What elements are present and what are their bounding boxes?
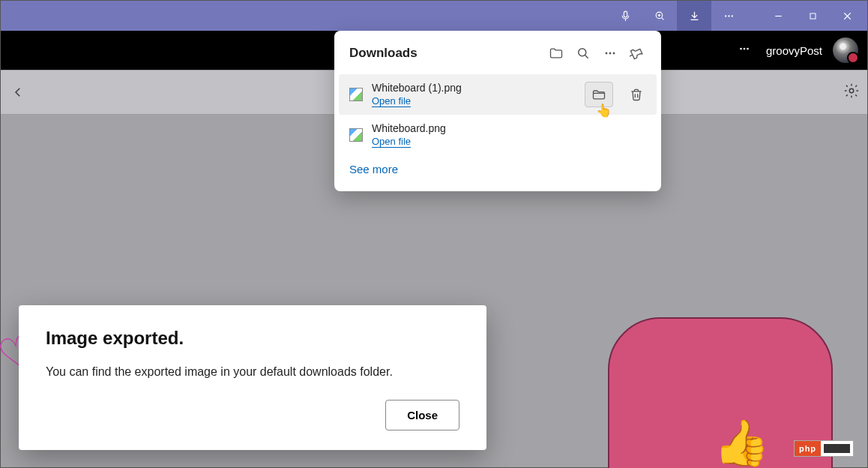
svg-rect-5 — [810, 13, 815, 18]
download-icon[interactable] — [677, 1, 711, 31]
svg-point-3 — [728, 15, 729, 16]
svg-point-10 — [579, 49, 586, 56]
svg-point-7 — [744, 48, 746, 50]
svg-point-4 — [731, 15, 732, 16]
ellipsis-icon[interactable] — [711, 1, 746, 31]
back-icon[interactable] — [1, 86, 35, 99]
avatar[interactable] — [833, 38, 858, 63]
ellipsis-icon[interactable] — [597, 40, 624, 67]
search-icon[interactable] — [570, 40, 597, 67]
mic-icon[interactable] — [608, 1, 642, 31]
file-name: Whiteboard.png — [372, 122, 651, 134]
svg-point-6 — [740, 48, 742, 50]
svg-point-13 — [613, 52, 615, 55]
pin-icon[interactable] — [624, 40, 651, 67]
teams-ellipsis-icon[interactable] — [733, 38, 756, 63]
downloads-title: Downloads — [349, 46, 543, 61]
file-name: Whiteboard (1).png — [372, 82, 576, 94]
minimize-icon[interactable] — [761, 1, 795, 31]
show-in-folder-icon[interactable]: 👆 — [585, 82, 613, 107]
delete-icon[interactable] — [622, 82, 651, 107]
downloads-panel: Downloads Whiteboard (1).png Open file 👆… — [334, 31, 661, 191]
file-thumb-icon — [349, 88, 363, 101]
open-file-link[interactable]: Open file — [372, 95, 411, 107]
svg-point-11 — [606, 52, 608, 55]
dialog-body: You can find the exported image in your … — [46, 365, 459, 379]
dialog-title: Image exported. — [46, 328, 459, 349]
restore-icon[interactable] — [795, 1, 830, 31]
export-dialog: Image exported. You can find the exporte… — [19, 305, 486, 450]
svg-point-2 — [725, 15, 726, 16]
watermark: php — [794, 440, 854, 457]
see-more-link[interactable]: See more — [349, 163, 398, 176]
svg-point-8 — [747, 48, 749, 50]
username-label: groovyPost — [766, 44, 822, 57]
file-thumb-icon — [349, 128, 363, 142]
folder-icon[interactable] — [543, 40, 570, 67]
close-icon[interactable] — [830, 1, 864, 31]
download-item[interactable]: Whiteboard.png Open file — [334, 115, 661, 155]
browser-titlebar — [1, 1, 867, 31]
thumbs-up-icon: 👍 — [714, 421, 770, 466]
svg-point-12 — [609, 52, 612, 55]
gear-icon[interactable] — [843, 82, 860, 102]
close-button[interactable]: Close — [385, 400, 459, 430]
watermark-text: php — [795, 441, 821, 456]
download-item[interactable]: Whiteboard (1).png Open file 👆 — [339, 74, 657, 115]
zoom-icon[interactable] — [642, 1, 677, 31]
svg-rect-0 — [624, 11, 627, 17]
svg-point-9 — [849, 88, 854, 93]
open-file-link[interactable]: Open file — [372, 136, 411, 148]
